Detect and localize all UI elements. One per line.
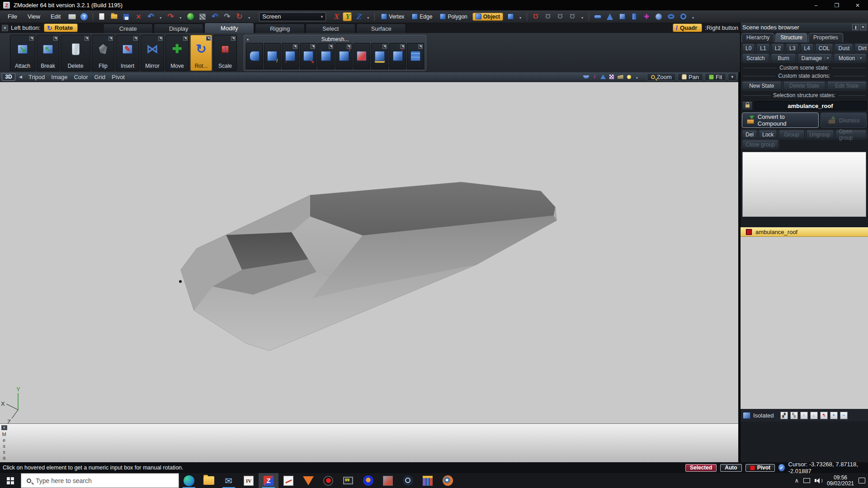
object-mode-button[interactable]: Object	[472, 13, 503, 21]
vertex-mode-button[interactable]: Vertex	[378, 13, 407, 20]
state-scratch-button[interactable]: Scratch	[742, 54, 769, 62]
tool-mirror[interactable]: ◥ ⋈ Mirror	[141, 35, 164, 71]
viewport-options-dropdown[interactable]: ▾	[728, 73, 736, 81]
taskbar-edge[interactable]	[179, 473, 199, 488]
snap-dropdown-icon[interactable]: ▾	[580, 13, 585, 21]
axis-z-button[interactable]: Z	[354, 12, 363, 21]
layer-l2-button[interactable]: L2	[771, 44, 784, 52]
export-dropdown-icon[interactable]: ▾	[158, 13, 163, 21]
animation-icon[interactable]	[617, 74, 624, 80]
minimize-button[interactable]: –	[806, 0, 826, 10]
tool-delete[interactable]: ◥ Delete	[61, 35, 90, 71]
viewport-menu-image[interactable]: Image	[51, 74, 67, 80]
primitive-cone-icon[interactable]	[605, 12, 615, 21]
zoom-button[interactable]: Zoom	[647, 73, 676, 81]
taskbar-winrar[interactable]	[418, 473, 438, 488]
list-expand-icon[interactable]: +	[830, 412, 838, 419]
taskbar-monitor[interactable]: 99	[338, 473, 358, 488]
screen-dropdown[interactable]: Screen ▾	[259, 12, 326, 21]
tool-rotate[interactable]: ◥ ↻ Rot...	[190, 35, 212, 71]
edge-mode-button[interactable]: Edge	[409, 13, 435, 20]
taskbar-explorer[interactable]	[199, 473, 219, 488]
menu-view[interactable]: View	[24, 12, 44, 21]
refresh-icon[interactable]: ↻	[234, 12, 244, 21]
axis-y-button[interactable]: Y	[343, 12, 352, 21]
tab-select[interactable]: Select	[306, 23, 355, 33]
viewport-menu-pivot[interactable]: Pivot	[112, 74, 125, 80]
hotkeys-icon[interactable]	[67, 12, 77, 21]
flat-shade-icon[interactable]	[600, 74, 607, 80]
toolbar-overflow-icon[interactable]: ▾	[246, 13, 252, 21]
object-list-area[interactable]	[741, 237, 868, 409]
viewport-3d[interactable]: Y X Z	[0, 82, 738, 423]
state-burn-button[interactable]: Burn	[771, 54, 797, 62]
menu-file[interactable]: File	[4, 12, 21, 21]
primitive-cube-icon[interactable]	[617, 12, 627, 21]
back-icon[interactable]: ◀	[19, 75, 22, 79]
taskbar-recorder[interactable]	[318, 473, 338, 488]
viewport-menu-tripod[interactable]: Tripod	[28, 74, 45, 80]
auto-badge[interactable]: Auto	[720, 464, 741, 472]
primitive-helper-icon[interactable]: ✚	[642, 12, 651, 21]
pin-panel-icon[interactable]	[852, 24, 859, 30]
layer-dirt-button[interactable]: Dirt	[854, 44, 868, 52]
taskbar-zmodeler[interactable]: Z	[259, 473, 278, 488]
tool-move[interactable]: ◥ ✚ Move	[165, 35, 189, 71]
render-icon[interactable]	[185, 12, 195, 21]
layer-col-button[interactable]: COL	[815, 44, 834, 52]
left-tool-rotate-button[interactable]: ↻ Rotate	[44, 23, 78, 32]
tab-surface[interactable]: Surface	[356, 23, 406, 33]
taskbar-search[interactable]: Type here to search	[21, 473, 179, 488]
submesh-tool-6[interactable]: ◥/	[335, 43, 353, 69]
submesh-tool-4[interactable]: ◥↘	[300, 43, 317, 69]
axis-dropdown-icon[interactable]: ▾	[365, 13, 371, 21]
taskbar-iv-app[interactable]: IV	[239, 473, 259, 488]
light-icon[interactable]	[626, 74, 632, 80]
new-file-icon[interactable]	[97, 12, 107, 21]
viewport-menu-color[interactable]: Color	[74, 74, 88, 80]
import-icon[interactable]: ↷	[165, 12, 175, 21]
taskbar-downloader[interactable]	[298, 473, 318, 488]
maximize-button[interactable]: ❐	[826, 0, 847, 10]
tab-create[interactable]: Create	[103, 23, 153, 33]
submesh-tool-3[interactable]: ◥↓	[282, 43, 299, 69]
primitive-dropdown-icon[interactable]: ▾	[690, 13, 696, 21]
menu-edit[interactable]: Edit	[47, 12, 65, 21]
tray-chevron-icon[interactable]: ∧	[794, 477, 799, 484]
taskbar-game[interactable]	[378, 473, 398, 488]
new-state-button[interactable]: New State	[742, 81, 782, 90]
view-selector-button[interactable]: 3D	[2, 73, 15, 81]
tool-insert[interactable]: ◥ ✎ Insert	[116, 35, 139, 71]
list-sort-down-icon[interactable]: ↓	[810, 412, 818, 419]
state-damage-button[interactable]: Damage▾	[797, 54, 832, 62]
undo-icon[interactable]: ↶	[210, 12, 220, 21]
layer-l3-button[interactable]: L3	[786, 44, 799, 52]
compound-mode-icon[interactable]	[505, 12, 515, 21]
primitive-torus-icon[interactable]	[666, 12, 676, 21]
tool-scale[interactable]: ◥ ↕ Scale	[213, 35, 237, 71]
layer-l0-button[interactable]: L0	[742, 44, 755, 52]
layer-dust-button[interactable]: Dust	[835, 44, 853, 52]
wireframe-icon[interactable]: /	[591, 74, 598, 80]
del-button[interactable]: Del	[742, 130, 757, 139]
layer-l4-button[interactable]: L4	[800, 44, 813, 52]
taskbar-audio-app[interactable]	[358, 473, 378, 488]
close-messages-icon[interactable]: ✕	[1, 425, 7, 430]
chevron-down-icon[interactable]: ▾	[858, 56, 862, 60]
tab-hierarchy[interactable]: Hierarchy	[741, 33, 774, 42]
chevron-down-icon[interactable]: ▾	[825, 56, 829, 60]
lock-button[interactable]: Lock	[759, 130, 777, 139]
pan-button[interactable]: Pan	[678, 73, 703, 81]
layer-l1-button[interactable]: L1	[756, 44, 769, 52]
pivot-badge[interactable]: Pivot	[745, 464, 775, 472]
save-file-icon[interactable]	[121, 12, 131, 21]
delete-icon[interactable]: ✕	[133, 12, 143, 21]
right-tool-quadr-button[interactable]: / Quadr	[673, 23, 702, 32]
submesh-tool-7[interactable]	[354, 43, 371, 69]
display-dropdown-icon[interactable]: ▾	[634, 73, 640, 81]
selected-badge[interactable]: Selected	[685, 464, 717, 472]
list-collapse-icon[interactable]: −	[840, 412, 848, 419]
clock[interactable]: 09:56 09/02/2021	[827, 475, 854, 487]
primitive-cylinder-icon[interactable]	[629, 12, 639, 21]
help-icon[interactable]: ?	[79, 12, 89, 21]
